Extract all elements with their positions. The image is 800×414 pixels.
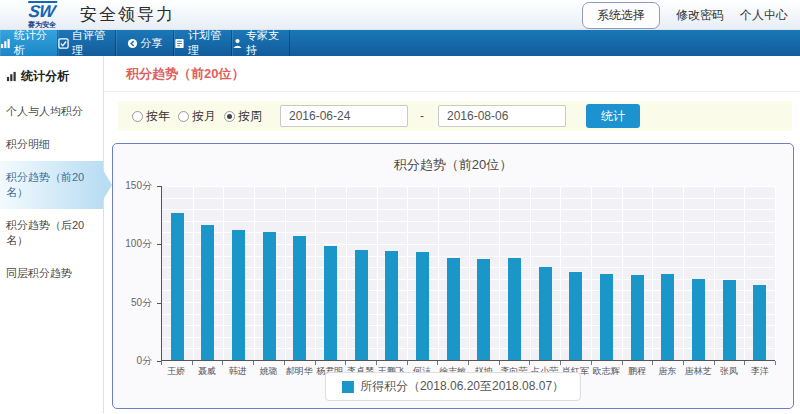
bar bbox=[569, 272, 582, 360]
bar-slot bbox=[469, 186, 500, 360]
bar-chart-icon bbox=[6, 71, 17, 82]
sidebar-item-trend-top20[interactable]: 积分趋势（前20名） bbox=[0, 161, 103, 209]
bar-slot bbox=[561, 186, 592, 360]
y-axis-tick bbox=[157, 244, 161, 245]
radio-circle-icon[interactable] bbox=[132, 111, 143, 122]
plot-area bbox=[161, 186, 775, 361]
y-axis-label: 50分 bbox=[131, 296, 152, 310]
y-axis-label: 0分 bbox=[136, 354, 152, 368]
bar-slot bbox=[254, 186, 285, 360]
date-to-input[interactable] bbox=[438, 105, 566, 127]
bar bbox=[355, 250, 368, 360]
change-password-link[interactable]: 修改密码 bbox=[676, 7, 724, 24]
bar-slot bbox=[315, 186, 346, 360]
bar-slot bbox=[683, 186, 714, 360]
nav-tab-label: 专家支持 bbox=[246, 28, 289, 58]
expert-icon bbox=[232, 38, 243, 49]
bar bbox=[232, 230, 245, 360]
sidebar-item-personal-points[interactable]: 个人与人均积分 bbox=[0, 95, 103, 128]
statistics-submit-button[interactable]: 统计 bbox=[586, 104, 640, 128]
x-axis-label: 唐东 bbox=[652, 365, 683, 378]
logo-sw-mark: SW bbox=[26, 1, 58, 20]
sidebar-item-points-detail[interactable]: 积分明细 bbox=[0, 128, 103, 161]
bar-slot bbox=[377, 186, 408, 360]
radio-label: 按年 bbox=[146, 108, 170, 125]
x-axis-tick bbox=[775, 361, 776, 365]
bar-slot bbox=[407, 186, 438, 360]
gridline bbox=[775, 186, 776, 360]
plan-icon bbox=[174, 38, 185, 49]
bar-slot bbox=[438, 186, 469, 360]
header-actions: 系统选择 修改密码 个人中心 bbox=[582, 0, 788, 30]
x-axis-label: 韩进 bbox=[222, 365, 253, 378]
bar bbox=[201, 225, 214, 360]
radio-circle-icon[interactable] bbox=[224, 111, 235, 122]
nav-tab-expert-support[interactable]: 专家支持 bbox=[232, 30, 290, 56]
bar-slot bbox=[499, 186, 530, 360]
nav-tab-share[interactable]: 分享 bbox=[116, 30, 174, 56]
bars-row bbox=[162, 186, 775, 360]
personal-center-link[interactable]: 个人中心 bbox=[740, 7, 788, 24]
bar bbox=[600, 274, 613, 360]
nav-tab-label: 统计分析 bbox=[14, 28, 57, 58]
x-axis-label: 王娇 bbox=[161, 365, 192, 378]
bar bbox=[293, 236, 306, 360]
x-axis-label: 姚璐 bbox=[253, 365, 284, 378]
bar bbox=[508, 258, 521, 360]
bar-slot bbox=[530, 186, 561, 360]
bar bbox=[631, 275, 644, 360]
bar-slot bbox=[622, 186, 653, 360]
sidebar: 统计分析 个人与人均积分 积分明细 积分趋势（前20名） 积分趋势（后20名） … bbox=[0, 56, 104, 413]
bar-slot bbox=[744, 186, 775, 360]
bar bbox=[753, 285, 766, 360]
bar bbox=[385, 251, 398, 360]
x-axis-label: 郝明华 bbox=[284, 365, 315, 378]
x-axis-label: 张凤 bbox=[714, 365, 745, 378]
date-range-separator: - bbox=[420, 109, 424, 123]
bar-chart-icon bbox=[0, 38, 11, 49]
nav-tab-label: 计划管理 bbox=[188, 28, 231, 58]
chart-legend[interactable]: 所得积分（2018.06.20至2018.08.07） bbox=[325, 372, 581, 401]
radio-by-month[interactable]: 按月 bbox=[178, 108, 216, 125]
sidebar-item-same-level-trend[interactable]: 同层积分趋势 bbox=[0, 257, 103, 290]
radio-by-week[interactable]: 按周 bbox=[224, 108, 262, 125]
sidebar-title-label: 统计分析 bbox=[21, 68, 69, 85]
bar bbox=[661, 274, 674, 360]
radio-by-year[interactable]: 按年 bbox=[132, 108, 170, 125]
bar-slot bbox=[653, 186, 684, 360]
bar-slot bbox=[162, 186, 193, 360]
x-axis-label: 李洋 bbox=[744, 365, 775, 378]
bar bbox=[723, 280, 736, 360]
main-navbar: 统计分析 自评管理 分享 计划管理 专家支持 bbox=[0, 30, 800, 56]
nav-tab-plan-management[interactable]: 计划管理 bbox=[174, 30, 232, 56]
bar-slot bbox=[714, 186, 745, 360]
bar-slot bbox=[193, 186, 224, 360]
x-axis-label: 欧志辉 bbox=[591, 365, 622, 378]
date-from-input[interactable] bbox=[280, 105, 408, 127]
y-axis-label: 150分 bbox=[125, 179, 152, 193]
bar bbox=[539, 267, 552, 360]
bar-slot bbox=[223, 186, 254, 360]
bar-slot bbox=[591, 186, 622, 360]
app-title: 安全领导力 bbox=[80, 3, 175, 26]
legend-label: 所得积分（2018.06.20至2018.08.07） bbox=[360, 378, 564, 395]
x-axis-label: 聂威 bbox=[192, 365, 223, 378]
nav-tab-label: 分享 bbox=[141, 36, 163, 51]
nav-tab-label: 自评管理 bbox=[72, 28, 115, 58]
system-select-button[interactable]: 系统选择 bbox=[582, 2, 660, 29]
radio-circle-icon[interactable] bbox=[178, 111, 189, 122]
bar bbox=[477, 259, 490, 360]
radio-label: 按月 bbox=[192, 108, 216, 125]
sidebar-section-title: 统计分析 bbox=[0, 62, 103, 95]
bar bbox=[263, 232, 276, 360]
y-axis: 0分50分100分150分 bbox=[113, 186, 161, 361]
bar bbox=[692, 279, 705, 360]
bar-slot bbox=[285, 186, 316, 360]
sidebar-item-trend-bottom20[interactable]: 积分趋势（后20名） bbox=[0, 209, 103, 257]
nav-tab-statistics[interactable]: 统计分析 bbox=[0, 30, 58, 56]
nav-tab-self-assessment[interactable]: 自评管理 bbox=[58, 30, 116, 56]
page-title: 积分趋势（前20位） bbox=[104, 56, 800, 92]
saiwei-logo: SW 赛为安全 bbox=[14, 1, 70, 28]
x-axis-label: 唐林芝 bbox=[683, 365, 714, 378]
radio-label: 按周 bbox=[238, 108, 262, 125]
